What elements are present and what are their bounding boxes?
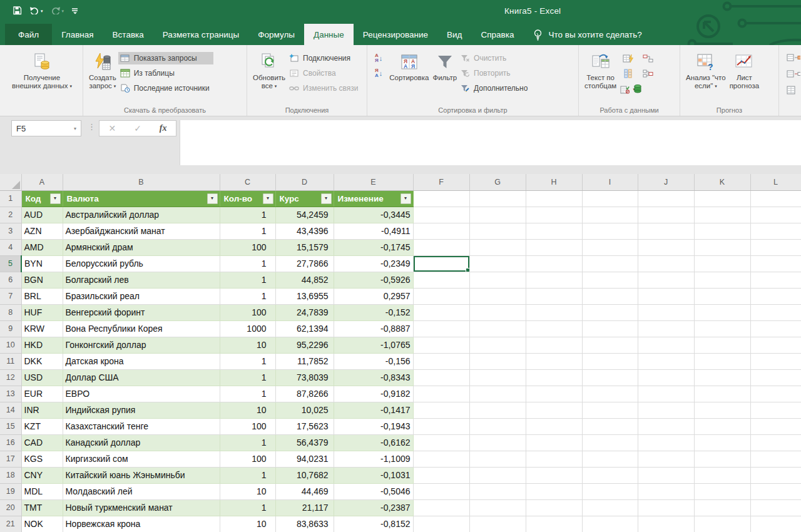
cell-H12[interactable] — [526, 369, 582, 386]
row-header-18[interactable]: 18 — [0, 467, 21, 483]
cell-G17[interactable] — [469, 451, 526, 467]
col-header-A[interactable]: A — [21, 174, 63, 190]
cell-H2[interactable] — [526, 207, 582, 223]
cell-C15[interactable]: 100 — [220, 418, 275, 434]
sort-button[interactable]: ЯААЯ Сортировка — [387, 48, 431, 84]
ribbon-tab-8[interactable]: Справка — [471, 24, 523, 45]
sort-ascending-button[interactable]: АЯ↓ — [375, 53, 382, 63]
cell-B3[interactable]: Азербайджанский манат — [63, 223, 220, 239]
filter-button-ribbon[interactable]: Фильтр — [431, 48, 459, 84]
enter-icon[interactable]: ✓ — [134, 123, 141, 133]
show-queries-button[interactable]: Показать запросы — [118, 52, 213, 64]
cell-K19[interactable] — [694, 483, 750, 499]
cell-J16[interactable] — [638, 434, 694, 451]
undo-menu-caret[interactable]: ▾ — [41, 8, 43, 14]
cell-L1[interactable] — [750, 190, 801, 207]
cell-I15[interactable] — [582, 418, 638, 434]
cell-J4[interactable] — [638, 239, 694, 255]
cell-L13[interactable] — [750, 386, 801, 402]
cell-K8[interactable] — [694, 304, 750, 320]
cell-G3[interactable] — [469, 223, 526, 239]
cell-L10[interactable] — [750, 337, 801, 353]
cell-F15[interactable] — [413, 418, 469, 434]
cell-J6[interactable] — [638, 272, 694, 288]
ribbon-tab-2[interactable]: Вставка — [103, 24, 153, 45]
cell-L5[interactable] — [750, 255, 801, 272]
cancel-icon[interactable]: ✕ — [108, 123, 116, 133]
cell-I14[interactable] — [582, 402, 638, 418]
cell-J19[interactable] — [638, 483, 694, 499]
cell-E7[interactable]: 0,2957 — [334, 288, 413, 304]
cell-B8[interactable]: Венгерский форинт — [63, 304, 220, 320]
cell-H20[interactable] — [526, 499, 582, 516]
cell-D4[interactable]: 15,1579 — [275, 239, 334, 255]
cell-E2[interactable]: -0,3445 — [334, 207, 413, 223]
cell-B4[interactable]: Армянский драм — [63, 239, 220, 255]
group-rows-button[interactable] — [787, 53, 800, 64]
col-header-K[interactable]: K — [694, 174, 750, 190]
cell-L8[interactable] — [750, 304, 801, 320]
cell-L17[interactable] — [750, 451, 801, 467]
cell-B10[interactable]: Гонконгский доллар — [63, 337, 220, 353]
cell-J14[interactable] — [638, 402, 694, 418]
cell-I7[interactable] — [582, 288, 638, 304]
cell-F11[interactable] — [413, 353, 469, 369]
connections-button[interactable]: Подключения — [287, 52, 362, 64]
cell-C5[interactable]: 1 — [220, 255, 275, 272]
cell-A2[interactable]: AUD — [21, 207, 63, 223]
cell-F12[interactable] — [413, 369, 469, 386]
cell-J21[interactable] — [638, 516, 694, 532]
cell-C10[interactable]: 10 — [220, 337, 275, 353]
cell-E13[interactable]: -0,9182 — [334, 386, 413, 402]
col-header-C[interactable]: C — [220, 174, 275, 190]
cell-J9[interactable] — [638, 320, 694, 337]
cell-D6[interactable]: 44,852 — [275, 272, 334, 288]
cell-K7[interactable] — [694, 288, 750, 304]
cell-L16[interactable] — [750, 434, 801, 451]
cell-G2[interactable] — [469, 207, 526, 223]
cell-J11[interactable] — [638, 353, 694, 369]
cell-A10[interactable]: HKD — [21, 337, 63, 353]
cell-K20[interactable] — [694, 499, 750, 516]
cell-H6[interactable] — [526, 272, 582, 288]
cell-K10[interactable] — [694, 337, 750, 353]
row-header-17[interactable]: 17 — [0, 451, 21, 467]
cell-C17[interactable]: 100 — [220, 451, 275, 467]
cell-D11[interactable]: 11,7852 — [275, 353, 334, 369]
row-header-13[interactable]: 13 — [0, 386, 21, 402]
cell-K13[interactable] — [694, 386, 750, 402]
cell-G14[interactable] — [469, 402, 526, 418]
cell-I9[interactable] — [582, 320, 638, 337]
cell-H1[interactable] — [526, 190, 582, 207]
cell-K17[interactable] — [694, 451, 750, 467]
cell-A19[interactable]: MDL — [21, 483, 63, 499]
cell-E8[interactable]: -0,152 — [334, 304, 413, 320]
cell-I2[interactable] — [582, 207, 638, 223]
sort-descending-button[interactable]: ЯА↓ — [375, 68, 382, 78]
cell-L9[interactable] — [750, 320, 801, 337]
cell-E16[interactable]: -0,6162 — [334, 434, 413, 451]
tell-me[interactable]: Что вы хотите сделать? — [533, 24, 641, 45]
relationships-button[interactable] — [643, 54, 653, 65]
cell-J15[interactable] — [638, 418, 694, 434]
cell-G5[interactable] — [469, 255, 526, 272]
cell-B18[interactable]: Китайский юань Жэньминьби — [63, 467, 220, 483]
table-header-E1[interactable]: Изменение▾ — [334, 190, 413, 207]
table-header-C1[interactable]: Кол-во▾ — [220, 190, 275, 207]
cell-D2[interactable]: 54,2459 — [275, 207, 334, 223]
clear-filter-button[interactable]: Очистить — [459, 52, 531, 64]
cell-C18[interactable]: 1 — [220, 467, 275, 483]
cell-A7[interactable]: BRL — [21, 288, 63, 304]
cell-E19[interactable]: -0,5046 — [334, 483, 413, 499]
cell-A21[interactable]: NOK — [21, 516, 63, 532]
cell-I8[interactable] — [582, 304, 638, 320]
cell-C21[interactable]: 10 — [220, 516, 275, 532]
formula-input[interactable] — [180, 120, 801, 165]
from-table-button[interactable]: Из таблицы — [118, 67, 213, 79]
cell-C16[interactable]: 1 — [220, 434, 275, 451]
edit-links-button[interactable]: Изменить связи — [287, 82, 362, 95]
cell-F18[interactable] — [413, 467, 469, 483]
row-header-20[interactable]: 20 — [0, 499, 21, 516]
cell-H14[interactable] — [526, 402, 582, 418]
row-header-11[interactable]: 11 — [0, 353, 21, 369]
